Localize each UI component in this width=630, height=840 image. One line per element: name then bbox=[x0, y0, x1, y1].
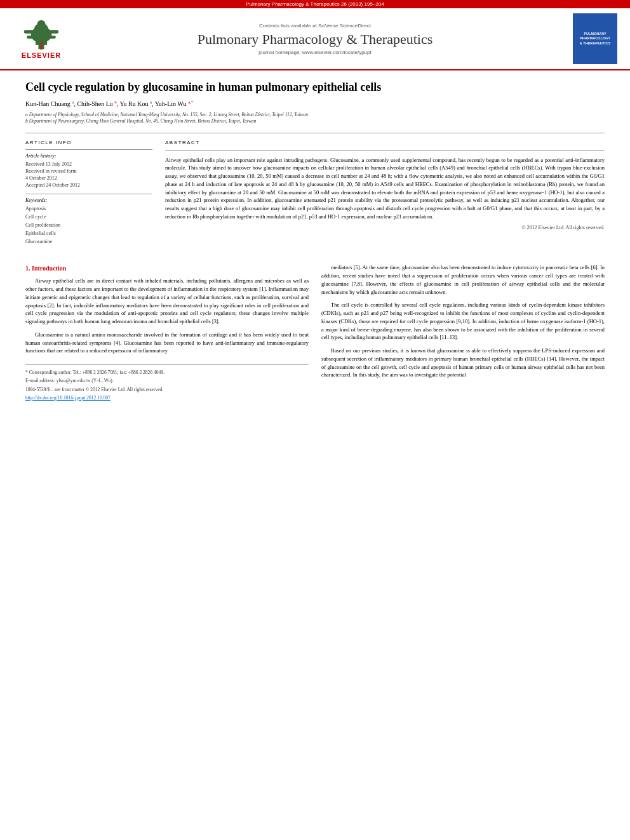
sciverse-line: Contents lists available at SciVerse Sci… bbox=[70, 23, 560, 29]
abstract-label: ABSTRACT bbox=[165, 140, 605, 145]
elsevier-logo: ELSEVIER bbox=[13, 18, 70, 59]
body-col-left: 1. Introduction Airway epithelial cells … bbox=[25, 263, 309, 403]
journal-cover-area: PULMONARYPHARMACOLOGY& THERAPEUTICS bbox=[560, 13, 617, 64]
accepted-date: Accepted 24 October 2012 bbox=[25, 182, 152, 189]
affiliation-a: a Department of Physiology, School of Me… bbox=[25, 112, 605, 119]
abstract-text: Airway epithelial cells play an importan… bbox=[165, 156, 605, 221]
svg-rect-5 bbox=[40, 41, 43, 50]
svg-rect-6 bbox=[24, 30, 36, 33]
keywords-box: Keywords: Apoptosis Cell cycle Cell prol… bbox=[25, 194, 152, 246]
copyright-line: © 2012 Elsevier Ltd. All rights reserved… bbox=[165, 225, 605, 230]
cover-title-text: PULMONARYPHARMACOLOGY& THERAPEUTICS bbox=[580, 32, 610, 45]
two-col-body: 1. Introduction Airway epithelial cells … bbox=[25, 263, 605, 403]
affiliation-b: b Department of Neurosurgery, Cheng Hsin… bbox=[25, 118, 605, 125]
keyword-4: Epithelial cells bbox=[25, 230, 152, 238]
svg-rect-8 bbox=[27, 36, 36, 39]
article-title: Cell cycle regulation by glucosamine in … bbox=[25, 80, 605, 95]
keyword-3: Cell proliferation bbox=[25, 222, 152, 230]
intro-para-3: mediators [5]. At the same time, glucosa… bbox=[321, 263, 605, 296]
intro-para-2: Glucosamine is a natural amino monosacch… bbox=[25, 331, 309, 355]
footnote-email-line: E-mail address: ylwu@ym.edu.tw (Y.-L. Wu… bbox=[25, 377, 309, 384]
header-divider bbox=[25, 133, 605, 133]
elsevier-tree-icon bbox=[22, 18, 60, 50]
journal-cover-image: PULMONARYPHARMACOLOGY& THERAPEUTICS bbox=[573, 13, 617, 64]
journal-header: ELSEVIER Contents lists available at Sci… bbox=[0, 8, 630, 70]
main-content: Cell cycle regulation by glucosamine in … bbox=[0, 70, 630, 412]
keyword-2: Cell cycle bbox=[25, 213, 152, 222]
email-value: ylwu@ym.edu.tw (Y.-L. Wu). bbox=[57, 378, 114, 383]
keywords-label: Keywords: bbox=[25, 197, 152, 203]
journal-title: Pulmonary Pharmacology & Therapeutics bbox=[70, 31, 560, 48]
issn-line: 1094-5539/$ – see front matter © 2012 El… bbox=[25, 386, 309, 393]
doi-line: http://dx.doi.org/10.1016/j.pupt.2012.10… bbox=[25, 394, 309, 401]
journal-citation-text: Pulmonary Pharmacology & Therapeutics 26… bbox=[246, 1, 384, 7]
article-info-label: ARTICLE INFO bbox=[25, 140, 152, 145]
intro-para-5: Based on our previous studies, it is kno… bbox=[321, 347, 605, 379]
elsevier-label-text: ELSEVIER bbox=[22, 51, 61, 59]
received-revised-label: Received in revised form bbox=[25, 168, 152, 175]
footnote-area: * Corresponding author. Tel.: +886 2 282… bbox=[25, 364, 309, 401]
body-col-right: mediators [5]. At the same time, glucosa… bbox=[321, 263, 605, 403]
article-history-box: Article history: Received 13 July 2012 R… bbox=[25, 149, 152, 189]
footnote-corresponding: * Corresponding author. Tel.: +886 2 282… bbox=[25, 369, 309, 376]
body-section: 1. Introduction Airway epithelial cells … bbox=[25, 263, 605, 403]
svg-rect-9 bbox=[46, 36, 56, 39]
intro-heading: 1. Introduction bbox=[25, 263, 309, 273]
info-abstract-section: ARTICLE INFO Article history: Received 1… bbox=[25, 140, 605, 251]
affiliations: a Department of Physiology, School of Me… bbox=[25, 112, 605, 125]
email-label: E-mail address: bbox=[25, 378, 55, 383]
received-1: Received 13 July 2012 bbox=[25, 161, 152, 168]
journal-homepage: journal homepage: www.elsevier.com/locat… bbox=[70, 50, 560, 55]
keyword-5: Glucosamine bbox=[25, 238, 152, 246]
received-revised-date: 4 October 2012 bbox=[25, 175, 152, 182]
abstract-panel: ABSTRACT Airway epithelial cells play an… bbox=[165, 140, 605, 251]
keyword-1: Apoptosis bbox=[25, 205, 152, 213]
authors-line: Kun-Han Chuang a, Chih-Shen Lu b, Yu Ru … bbox=[25, 100, 605, 107]
keywords-list: Apoptosis Cell cycle Cell proliferation … bbox=[25, 205, 152, 246]
journal-citation-bar: Pulmonary Pharmacology & Therapeutics 26… bbox=[0, 0, 630, 8]
journal-title-area: Contents lists available at SciVerse Sci… bbox=[70, 23, 560, 55]
article-history-label: Article history: bbox=[25, 153, 152, 159]
svg-rect-7 bbox=[47, 30, 58, 33]
article-info-panel: ARTICLE INFO Article history: Received 1… bbox=[25, 140, 152, 251]
elsevier-logo-area: ELSEVIER bbox=[13, 18, 70, 59]
abstract-divider bbox=[165, 150, 605, 151]
svg-point-4 bbox=[37, 20, 46, 29]
intro-para-4: The cell cycle is controlled by several … bbox=[321, 301, 605, 342]
intro-para-1: Airway epithelial cells are in direct co… bbox=[25, 277, 309, 326]
